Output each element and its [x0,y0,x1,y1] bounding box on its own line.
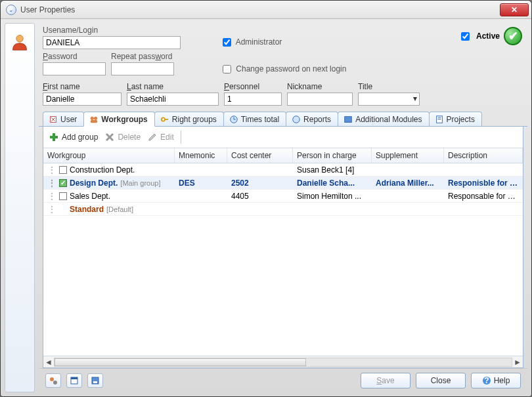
scroll-track[interactable] [54,358,512,367]
tab-workgroups[interactable]: Workgroups [83,112,154,127]
title-label: Title [358,82,420,93]
grid-body[interactable]: ⋮Construction Dept.Susan Beck1 [4]⋮✓Desi… [43,163,523,356]
diskette-icon [91,376,100,385]
cell-supp: Adriana Miller... [372,178,444,188]
cell-desc: Responsable for sales [444,192,523,201]
svg-rect-4 [91,120,98,123]
tab-projects-label: Projects [447,115,475,124]
horizontal-scrollbar[interactable]: ◄ ► [43,356,523,367]
col-person[interactable]: Person in charge [293,148,372,163]
row-checkbox[interactable]: ✓ [59,179,67,187]
main-panel: Active ✔ Usename/Login Password [39,23,527,392]
svg-rect-14 [50,136,58,138]
col-description[interactable]: Description [444,148,523,163]
toolbar-separator [181,131,181,144]
window-icon [70,376,79,385]
password-input[interactable] [43,62,106,75]
workgroup-name: Sales Dept. [70,192,110,201]
close-button-label: Close [431,376,451,385]
workgroups-grid: Workgroup Mnemonic Cost center Person in… [43,148,523,367]
nickname-label: Nickname [287,82,353,93]
svg-rect-9 [345,117,352,123]
row-checkbox[interactable] [59,192,67,200]
first-name-input[interactable] [43,93,122,106]
plus-icon [49,132,59,142]
personnel-input[interactable] [224,93,282,106]
footer-action-2[interactable] [66,373,82,388]
cell-person: Danielle Scha... [293,178,372,188]
active-checkbox[interactable] [461,32,470,41]
administrator-checkbox[interactable] [223,38,231,47]
scroll-left-icon[interactable]: ◄ [43,357,54,367]
cell-desc: Responisble for design [444,178,523,188]
tab-additional-modules-label: Additional Modules [355,115,422,124]
scroll-thumb[interactable] [55,358,306,366]
tab-reports-label: Reports [303,115,331,124]
tree-elbow-icon: ⋮ [47,205,56,214]
tab-times-total[interactable]: Times total [223,112,286,126]
administrator-label: Administrator [236,37,282,47]
add-group-button[interactable]: Add group [49,132,98,142]
tab-additional-modules[interactable]: Additional Modules [338,112,429,126]
tab-user[interactable]: User [43,112,84,126]
personnel-label: Personnel number [224,82,282,93]
close-button[interactable]: Close [416,373,466,388]
report-icon [292,115,301,124]
cell-person: Simon Hemilton ... [293,192,372,201]
svg-point-2 [91,117,94,120]
cell-mnemonic: DES [175,178,227,188]
tab-reports[interactable]: Reports [286,112,338,126]
table-row[interactable]: ⋮✓Design Dept. [Main group]DES2502Daniel… [43,177,523,190]
username-label: Usename/Login [43,26,181,35]
col-supplement[interactable]: Supplement [372,148,444,163]
row-checkbox[interactable] [59,166,67,174]
tab-right-groups[interactable]: Right groups [154,112,224,126]
workgroups-tab-icon [89,115,99,124]
password-label: Password [43,52,106,61]
title-combobox[interactable] [358,93,420,106]
modules-icon [344,115,353,124]
col-cost-center[interactable]: Cost center [227,148,293,163]
table-row[interactable]: ⋮Standard [Default] [43,203,523,216]
footer-save-btn[interactable] [87,373,103,388]
svg-point-16 [53,381,57,385]
last-name-input[interactable] [127,93,219,106]
tab-workgroups-label: Workgroups [101,115,147,124]
key-icon [160,115,169,124]
cell-cost: 2502 [227,178,293,188]
tab-projects[interactable]: Projects [429,112,482,126]
workgroup-name: Construction Dept. [70,165,135,175]
repeat-password-input[interactable] [111,62,174,75]
svg-point-3 [94,117,97,120]
save-button: Save [361,373,410,388]
change-password-checkbox[interactable] [223,65,231,73]
scroll-right-icon[interactable]: ► [512,357,523,367]
close-window-button[interactable]: ✕ [500,3,529,16]
col-workgroup[interactable]: Workgroup [43,148,175,163]
table-row[interactable]: ⋮Sales Dept.4405Simon Hemilton ...Respon… [43,190,523,203]
clock-icon [229,115,238,124]
footer-action-1[interactable] [45,373,61,388]
nickname-input[interactable] [287,93,353,106]
titlebar: ⌄ User Properties ✕ [1,1,531,19]
table-row[interactable]: ⋮Construction Dept.Susan Beck1 [4] [43,163,523,177]
cell-person: Susan Beck1 [4] [293,165,372,175]
grid-header: Workgroup Mnemonic Cost center Person in… [43,148,523,163]
tree-elbow-icon: ⋮ [47,192,56,201]
edit-icon [147,132,158,142]
help-button-label: Help [494,376,510,385]
col-mnemonic[interactable]: Mnemonic [175,148,227,163]
first-name-label: First name [43,82,122,93]
svg-text:?: ? [484,376,489,385]
username-input[interactable] [43,36,181,49]
cell-cost: 4405 [227,192,293,201]
workgroups-toolbar: Add group Delete Edit [43,127,523,148]
help-button[interactable]: ? Help [471,373,521,388]
svg-rect-6 [164,119,168,120]
tree-elbow-icon: ⋮ [47,165,56,175]
svg-point-15 [50,377,54,381]
collapse-icon[interactable]: ⌄ [6,5,16,15]
user-avatar-icon [11,33,29,51]
top-form: Active ✔ Usename/Login Password [39,23,527,111]
avatar-panel [5,23,35,392]
